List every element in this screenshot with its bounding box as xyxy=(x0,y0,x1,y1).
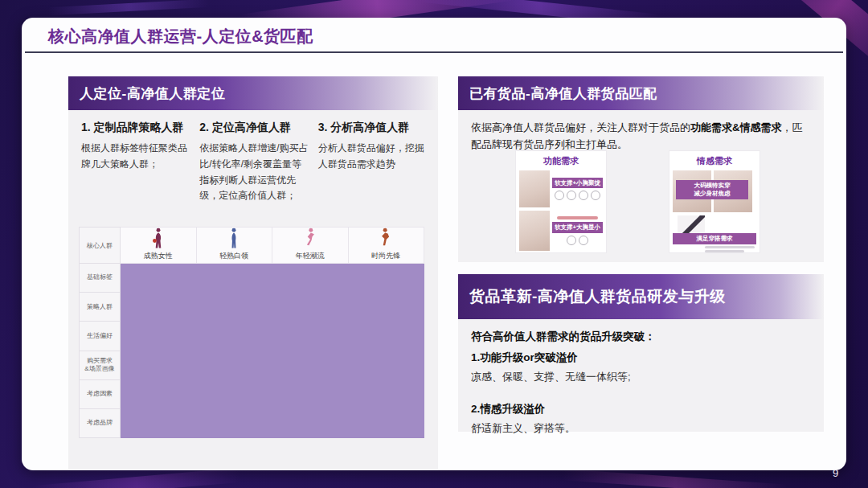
row-label-purchase-demand: 购买需求 &场景画像 xyxy=(79,351,121,380)
table-column-label: 时尚先锋 xyxy=(371,251,400,261)
upgrade-item-1-body: 凉感、保暖、支撑、无缝一体织等; xyxy=(471,370,811,384)
highlight-text-placeholder xyxy=(557,216,597,219)
background-streak xyxy=(48,0,209,15)
step-2-heading: 2. 定位高净值人群 xyxy=(199,121,308,135)
product-banner: 大码模特实穿 减少身材焦虑 xyxy=(676,180,748,199)
feature-icon xyxy=(579,191,588,200)
model-photo xyxy=(519,211,550,251)
step-1-body: 根据人群标签特征聚类品牌几大策略人群； xyxy=(81,141,190,173)
table-corner-cell: 核心人群 xyxy=(79,227,121,264)
title-divider xyxy=(25,51,843,53)
product-banner: 软支撑+小胸聚拢 xyxy=(552,178,603,189)
table-column-label: 轻熟白领 xyxy=(219,251,248,261)
person-icon xyxy=(378,228,394,250)
goods-match-intro: 依据高净值人群货品偏好，关注人群对于货品的功能需求&情感需求，匹配品牌现有货品序… xyxy=(458,110,824,154)
feature-icon xyxy=(555,191,564,200)
emotional-need-card: 情感需求 大码模特实穿 减少身材焦虑 满足穿搭需求 xyxy=(669,151,760,252)
slide-card: 核心高净值人群运营-人定位&货匹配 人定位-高净值人群定位 1. 定制品牌策略人… xyxy=(22,18,846,470)
positioning-steps: 1. 定制品牌策略人群 根据人群标签特征聚类品牌几大策略人群； 2. 定位高净值… xyxy=(68,110,438,204)
goods-innovation-body: 符合高价值人群需求的货品升级突破： 1.功能升级or突破溢价 凉感、保暖、支撑、… xyxy=(458,319,824,436)
functional-need-card: 功能需求 软支撑+小胸聚拢 软支撑+大胸显小 xyxy=(516,151,606,252)
panel-existing-goods-header: 已有货品-高净值人群货品匹配 xyxy=(458,76,824,110)
row-label-life-preference: 生活偏好 xyxy=(79,322,121,351)
table-column-young-professional: 轻熟白领 xyxy=(197,227,273,264)
caption-placeholder xyxy=(705,250,745,252)
feature-icon xyxy=(567,236,576,245)
feature-icon xyxy=(567,191,576,200)
upgrade-item-2-body: 舒适新主义、穿搭等。 xyxy=(471,421,811,436)
functional-need-title: 功能需求 xyxy=(519,155,603,167)
product-example-row: 满足穿搭需求 xyxy=(673,215,756,252)
panel-goods-innovation: 货品革新-高净值人群货品研发与升级 符合高价值人群需求的货品升级突破： 1.功能… xyxy=(458,274,824,432)
slide-title: 核心高净值人群运营-人定位&货匹配 xyxy=(48,26,313,47)
upgrade-intro: 符合高价值人群需求的货品升级突破： xyxy=(471,330,811,344)
product-banner: 软支撑+大胸显小 xyxy=(552,222,603,233)
panel-people-positioning: 人定位-高净值人群定位 1. 定制品牌策略人群 根据人群标签特征聚类品牌几大策略… xyxy=(68,76,438,470)
intro-bold-text: 功能需求&情感需求 xyxy=(690,121,781,133)
crowd-table-header-row: 核心人群 成熟女性 轻熟白领 xyxy=(79,227,424,264)
feature-icon xyxy=(579,236,588,245)
background-streak xyxy=(563,469,788,488)
product-example-row: 软支撑+小胸聚拢 xyxy=(519,170,603,207)
step-1-heading: 1. 定制品牌策略人群 xyxy=(81,121,190,135)
background-streak xyxy=(32,468,242,488)
upgrade-item-1-heading: 1.功能升级or突破溢价 xyxy=(471,351,811,365)
row-label-consideration-factors: 考虑因素 xyxy=(79,380,121,409)
emotional-need-title: 情感需求 xyxy=(673,155,756,167)
crowd-table-row-labels: 基础标签 策略人群 生活偏好 购买需求 &场景画像 考虑因素 考虑品牌 xyxy=(79,264,121,438)
panel-goods-innovation-header: 货品革新-高净值人群货品研发与升级 xyxy=(458,274,824,319)
table-column-label: 年轻潮流 xyxy=(296,251,325,261)
intro-text: 依据高净值人群货品偏好，关注人群对于货品的 xyxy=(471,121,690,133)
step-3-heading: 3. 分析高净值人群 xyxy=(318,121,427,135)
table-column-mature-woman: 成熟女性 xyxy=(121,227,197,264)
feature-icon xyxy=(591,191,600,200)
step-2-body: 依据策略人群增速/购买占比/转化率/剩余覆盖量等指标判断人群运营优先级，定位高价… xyxy=(199,141,308,204)
crowd-table: 核心人群 成熟女性 轻熟白领 xyxy=(79,227,424,438)
model-photo xyxy=(519,170,550,207)
feature-icon-row xyxy=(552,191,603,200)
person-icon xyxy=(227,228,241,250)
product-example-info: 软支撑+小胸聚拢 xyxy=(552,170,603,207)
table-column-young-trendy: 年轻潮流 xyxy=(272,227,349,264)
product-example-row: 大码模特实穿 减少身材焦虑 xyxy=(673,170,756,212)
step-1: 1. 定制品牌策略人群 根据人群标签特征聚类品牌几大策略人群； xyxy=(81,121,190,204)
row-label-strategy-crowd: 策略人群 xyxy=(79,293,121,322)
row-label-basic-tags: 基础标签 xyxy=(79,264,121,293)
step-3-body: 分析人群货品偏好，挖掘人群货品需求趋势 xyxy=(318,141,427,173)
table-column-label: 成熟女性 xyxy=(144,251,173,261)
step-2: 2. 定位高净值人群 依据策略人群增速/购买占比/转化率/剩余覆盖量等指标判断人… xyxy=(199,121,308,204)
caption-placeholder xyxy=(705,246,755,248)
crowd-table-body: 基础标签 策略人群 生活偏好 购买需求 &场景画像 考虑因素 考虑品牌 xyxy=(79,264,424,438)
step-3: 3. 分析高净值人群 分析人群货品偏好，挖掘人群货品需求趋势 xyxy=(318,121,427,204)
panel-people-positioning-header: 人定位-高净值人群定位 xyxy=(68,76,438,110)
product-example-row: 软支撑+大胸显小 xyxy=(519,211,603,251)
person-icon xyxy=(302,228,318,250)
panel-existing-goods-match: 已有货品-高净值人群货品匹配 依据高净值人群货品偏好，关注人群对于货品的功能需求… xyxy=(458,76,824,262)
page-number: 9 xyxy=(833,467,838,479)
feature-icon-row xyxy=(552,236,603,245)
upgrade-item-2-heading: 2.情感升级溢价 xyxy=(471,402,811,416)
table-column-fashion-pioneer: 时尚先锋 xyxy=(349,227,425,264)
table-redacted-content xyxy=(121,264,424,438)
product-example-info: 软支撑+大胸显小 xyxy=(552,211,603,251)
row-label-consideration-brands: 考虑品牌 xyxy=(79,409,121,438)
product-banner: 满足穿搭需求 xyxy=(673,233,756,244)
person-icon xyxy=(151,228,166,250)
